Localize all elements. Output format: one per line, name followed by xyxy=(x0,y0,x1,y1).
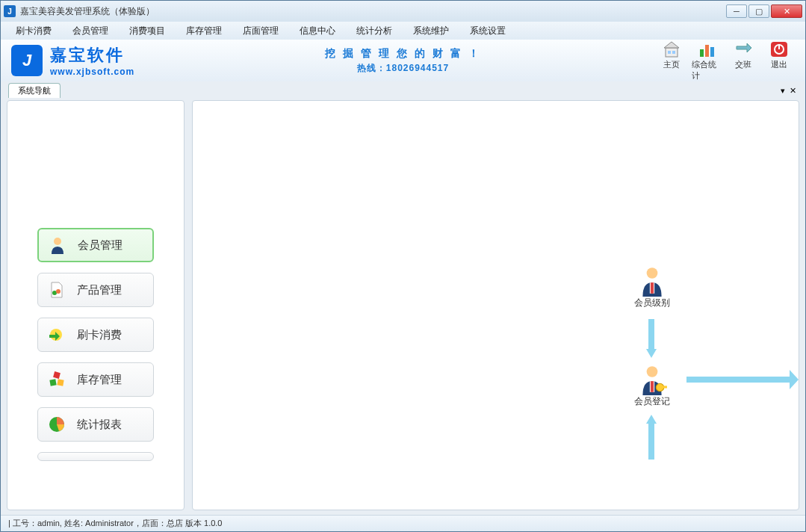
svg-rect-6 xyxy=(710,47,714,57)
svg-rect-31 xyxy=(648,424,654,460)
tool-stats-label: 综合统计 xyxy=(692,59,723,81)
svg-rect-14 xyxy=(53,371,61,379)
brand-name: 嘉宝软件 xyxy=(50,44,134,66)
window-title: 嘉宝美容美发管理系统（体验版） xyxy=(20,5,726,18)
menu-settings[interactable]: 系统设置 xyxy=(464,22,512,40)
tab-dropdown-icon[interactable]: ▾ xyxy=(781,86,785,96)
svg-rect-20 xyxy=(651,282,654,294)
nav-member-label: 会员管理 xyxy=(78,238,123,253)
tabbar: 系统导航 ▾ ✕ xyxy=(1,81,805,98)
close-button[interactable]: ✕ xyxy=(771,4,802,18)
nav-product-label: 产品管理 xyxy=(77,283,122,297)
businessman-key-icon xyxy=(636,364,668,395)
workspace: 会员管理 产品管理 刷卡消费 库存管理 xyxy=(7,100,799,510)
svg-rect-2 xyxy=(668,51,671,54)
menu-store[interactable]: 店面管理 xyxy=(237,22,285,40)
svg-rect-4 xyxy=(700,49,704,57)
tab-controls: ▾ ✕ xyxy=(781,86,796,96)
maximize-button[interactable]: ▢ xyxy=(748,4,769,18)
flowchart: 会员级别 会员登记 xyxy=(589,265,799,510)
menu-consume[interactable]: 消费项目 xyxy=(123,22,171,40)
svg-rect-0 xyxy=(666,48,678,57)
nav-stock-label: 库存管理 xyxy=(77,373,122,387)
logo-icon: J xyxy=(11,45,43,76)
toolbar: 主页 综合统计 交班 退出 xyxy=(656,40,795,81)
svg-rect-5 xyxy=(705,45,709,57)
menu-stock[interactable]: 库存管理 xyxy=(180,22,228,40)
hotline-label: 热线： xyxy=(357,63,386,73)
window-controls: ─ ▢ ✕ xyxy=(726,4,802,18)
arrow-down-icon xyxy=(646,319,657,358)
svg-rect-15 xyxy=(49,379,56,386)
nav-swipe-label: 刷卡消费 xyxy=(77,328,122,342)
titlebar: J 嘉宝美容美发管理系统（体验版） ─ ▢ ✕ xyxy=(1,1,805,22)
slogan-text: 挖 掘 管 理 您 的 财 富 ！ xyxy=(325,47,480,61)
brand-slogan: 挖 掘 管 理 您 的 财 富 ！ 热线：18026944517 xyxy=(325,47,480,75)
businessman-icon xyxy=(636,265,668,297)
swap-icon xyxy=(733,40,754,59)
svg-marker-29 xyxy=(790,370,799,389)
svg-rect-16 xyxy=(57,379,63,386)
menu-maintain[interactable]: 系统维护 xyxy=(407,22,455,40)
nav-panel: 会员管理 产品管理 刷卡消费 库存管理 xyxy=(7,100,185,510)
pie-chart-icon xyxy=(47,415,66,434)
statusbar: | 工号：admin, 姓名: Administrator，店面：总店 版本 1… xyxy=(1,515,805,531)
flow-node-register[interactable]: 会员登记 xyxy=(634,364,670,408)
arrow-right-icon xyxy=(686,370,799,389)
svg-point-12 xyxy=(56,289,61,294)
menubar: 刷卡消费 会员管理 消费项目 库存管理 店面管理 信息中心 统计分析 系统维护 … xyxy=(1,22,805,40)
brand-text: 嘉宝软件 www.xjbsoft.com xyxy=(50,44,134,77)
nav-report[interactable]: 统计报表 xyxy=(37,407,154,442)
power-icon xyxy=(769,40,790,59)
tool-home[interactable]: 主页 xyxy=(656,40,687,81)
bar-chart-icon xyxy=(697,40,718,59)
menu-info[interactable]: 信息中心 xyxy=(294,22,341,40)
document-icon xyxy=(47,280,66,300)
svg-point-10 xyxy=(54,238,61,245)
brand-url: www.xjbsoft.com xyxy=(50,66,134,77)
app-window: J 嘉宝美容美发管理系统（体验版） ─ ▢ ✕ 刷卡消费 会员管理 消费项目 库… xyxy=(0,0,806,532)
svg-marker-1 xyxy=(664,42,679,48)
svg-rect-21 xyxy=(648,319,654,349)
nav-member[interactable]: 会员管理 xyxy=(37,228,154,262)
svg-rect-28 xyxy=(686,377,790,383)
nav-swipe[interactable]: 刷卡消费 xyxy=(37,318,154,352)
svg-rect-25 xyxy=(651,381,654,392)
minimize-button[interactable]: ─ xyxy=(726,4,747,18)
svg-rect-3 xyxy=(672,51,675,54)
card-arrow-icon xyxy=(47,325,66,344)
tool-home-label: 主页 xyxy=(663,59,680,70)
content-panel: 会员级别 会员登记 xyxy=(192,100,799,510)
hotline: 热线：18026944517 xyxy=(325,62,480,75)
status-text: | 工号：admin, 姓名: Administrator，店面：总店 版本 1… xyxy=(8,518,222,529)
tool-exit[interactable]: 退出 xyxy=(763,40,795,81)
boxes-icon xyxy=(47,370,66,389)
menu-analysis[interactable]: 统计分析 xyxy=(350,22,398,40)
home-icon xyxy=(661,40,682,59)
menu-member[interactable]: 会员管理 xyxy=(66,22,114,40)
menu-swipe[interactable]: 刷卡消费 xyxy=(10,22,58,40)
svg-marker-22 xyxy=(646,349,657,358)
tool-shift-label: 交班 xyxy=(735,59,751,70)
arrow-up-icon xyxy=(646,415,657,460)
tab-close-icon[interactable]: ✕ xyxy=(790,86,796,96)
app-icon: J xyxy=(4,5,16,17)
tab-navigation[interactable]: 系统导航 xyxy=(8,83,61,98)
tool-shift[interactable]: 交班 xyxy=(728,40,759,81)
tool-exit-label: 退出 xyxy=(771,59,787,70)
svg-rect-27 xyxy=(663,386,667,388)
nav-stock[interactable]: 库存管理 xyxy=(37,362,154,397)
brandbar: J 嘉宝软件 www.xjbsoft.com 挖 掘 管 理 您 的 财 富 ！… xyxy=(1,40,805,81)
nav-product[interactable]: 产品管理 xyxy=(37,273,154,307)
nav-report-label: 统计报表 xyxy=(77,418,122,432)
nav-partial[interactable] xyxy=(37,452,154,461)
hotline-number: 18026944517 xyxy=(386,63,449,73)
svg-point-23 xyxy=(647,366,658,377)
flow-node-level-label: 会员级别 xyxy=(634,297,670,309)
svg-marker-30 xyxy=(646,415,657,424)
person-icon xyxy=(48,235,67,255)
flow-node-register-label: 会员登记 xyxy=(634,395,670,408)
tool-stats[interactable]: 综合统计 xyxy=(692,40,723,81)
svg-point-18 xyxy=(647,267,658,279)
flow-node-level[interactable]: 会员级别 xyxy=(634,265,670,309)
